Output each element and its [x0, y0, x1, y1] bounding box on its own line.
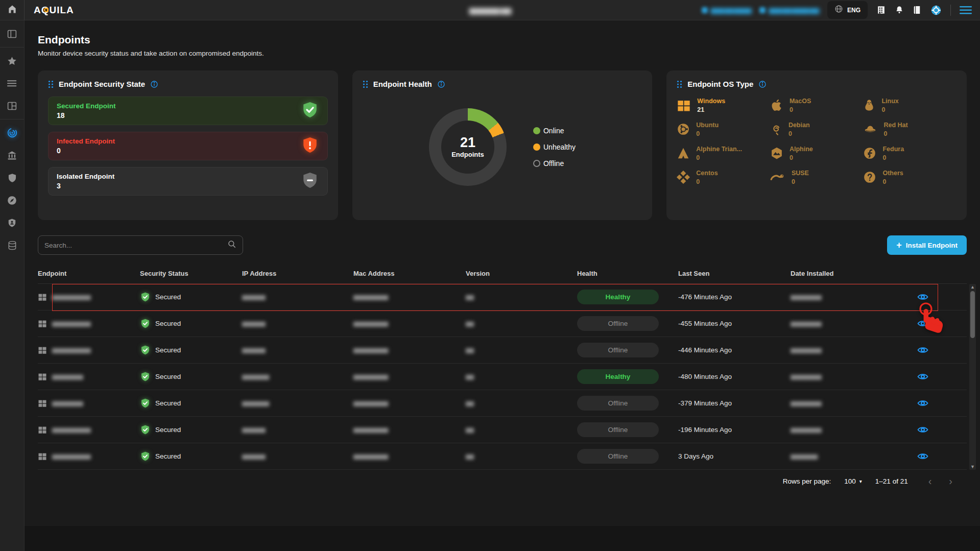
endpoint-name-redacted: ▆▆▆▆▆▆▆▆	[52, 373, 83, 380]
security-status: Secured	[155, 320, 181, 327]
topbar-center: ▆▆▆▆▆▆ ▆▆	[469, 0, 511, 20]
docs-button[interactable]	[913, 5, 922, 15]
sidebar-item-endpoints-active[interactable]	[0, 122, 24, 144]
organization-button[interactable]	[876, 5, 886, 15]
next-page-button[interactable]: ›	[949, 476, 952, 486]
last-seen: -196 Minutes Ago	[678, 426, 791, 434]
sidebar-item-lists[interactable]	[0, 72, 24, 94]
arch-triangle-icon	[677, 147, 690, 160]
search-box	[38, 235, 243, 255]
view-endpoint-button[interactable]	[917, 346, 929, 354]
redacted-tenant-name: ▆▆▆▆▆▆ ▆▆	[469, 6, 511, 14]
date-installed-redacted: ▆▆▆▆▆▆▆	[791, 453, 817, 460]
table-scrollbar[interactable]: ▲ ▼	[969, 284, 976, 470]
notifications-button[interactable]	[895, 5, 904, 15]
plus-icon: +	[896, 241, 902, 250]
date-installed-redacted: ▆▆▆▆▆▆▆▆	[791, 347, 821, 353]
eye-icon	[917, 319, 929, 328]
mac-redacted: ▆▆▆▆▆▆▆▆▆	[353, 453, 388, 460]
main-menu-button[interactable]	[960, 6, 972, 15]
windows-row-icon	[38, 425, 47, 435]
os-item-alpine-triangle: Alphine Trian... 0	[677, 146, 770, 161]
sidebar-item-panels[interactable]	[0, 22, 24, 45]
scroll-down-icon[interactable]: ▼	[970, 464, 975, 470]
drag-handle-icon[interactable]	[677, 80, 682, 88]
sidebar-item-monitoring[interactable]	[0, 189, 24, 211]
eye-icon	[917, 293, 929, 301]
building-icon	[876, 5, 886, 15]
sidebar	[0, 20, 25, 551]
view-endpoint-button[interactable]	[917, 452, 929, 461]
redacted-link-1-icon	[702, 7, 708, 13]
windows-icon	[677, 99, 691, 113]
view-endpoint-button[interactable]	[917, 372, 929, 381]
info-icon[interactable]	[150, 80, 158, 88]
drag-handle-icon[interactable]	[48, 80, 54, 88]
scroll-up-icon[interactable]: ▲	[970, 284, 975, 290]
col-health: Health	[577, 270, 678, 277]
info-icon[interactable]	[758, 80, 767, 88]
os-item-windows: Windows 21	[677, 98, 770, 113]
support-button[interactable]	[930, 5, 942, 16]
security-status: Secured	[155, 346, 181, 354]
date-installed-redacted: ▆▆▆▆▆▆▆▆	[791, 400, 821, 406]
sidebar-item-favorites[interactable]	[0, 50, 24, 72]
card-endpoint-health: Endpoint Health 21 Endpoints	[352, 70, 653, 220]
sidebar-item-protection[interactable]	[0, 166, 24, 189]
bell-icon	[895, 5, 904, 15]
endpoint-name-redacted: ▆▆▆▆▆▆▆▆	[52, 400, 83, 406]
page-title: Endpoints	[38, 34, 967, 46]
shield-check-icon	[140, 424, 151, 436]
panel-icon	[7, 29, 17, 39]
info-icon[interactable]	[437, 80, 445, 88]
redacted-link-1[interactable]: ▆▆▆ ▆▆ ▆▆▆▆	[702, 7, 751, 14]
windows-row-icon	[38, 372, 47, 381]
legend-item-offline[interactable]: Offline	[533, 159, 576, 167]
redacted-link-2[interactable]: ▆▆▆ ▆▆ ▆▆▆▆ ▆▆	[759, 7, 819, 14]
sidebar-item-dashboard-layout[interactable]	[0, 94, 24, 117]
drag-handle-icon[interactable]	[363, 80, 368, 88]
endpoints-table: Endpoint Security Status IP Address Mac …	[38, 263, 967, 470]
search-input[interactable]	[44, 242, 227, 249]
install-endpoint-button[interactable]: + Install Endpoint	[887, 235, 967, 255]
home-button[interactable]	[0, 0, 25, 20]
version-redacted: ▆▆	[466, 400, 473, 406]
table-row[interactable]: ▆▆▆▆▆▆▆▆▆▆ Secured ▆▆▆▆▆▆ ▆▆▆▆▆▆▆▆▆ ▆▆ O…	[38, 310, 967, 337]
table-row[interactable]: ▆▆▆▆▆▆▆▆ Secured ▆▆▆▆▆▆▆ ▆▆▆▆▆▆▆▆▆ ▆▆ Of…	[38, 390, 967, 417]
table-row[interactable]: ▆▆▆▆▆▆▆▆▆▆ Secured ▆▆▆▆▆▆ ▆▆▆▆▆▆▆▆▆ ▆▆ O…	[38, 337, 967, 364]
view-endpoint-button[interactable]	[917, 293, 929, 301]
endpoint-name-redacted: ▆▆▆▆▆▆▆▆▆▆	[52, 426, 90, 433]
shield-minus-icon	[301, 171, 319, 192]
col-version: Version	[466, 270, 577, 277]
col-mac-address: Mac Address	[353, 270, 466, 277]
table-row[interactable]: ▆▆▆▆▆▆▆▆ Secured ▆▆▆▆▆▆▆ ▆▆▆▆▆▆▆▆▆ ▆▆ He…	[38, 364, 967, 390]
search-icon	[227, 239, 236, 251]
ip-redacted: ▆▆▆▆▆▆▆	[242, 400, 269, 406]
view-endpoint-button[interactable]	[917, 319, 929, 328]
prev-page-button[interactable]: ‹	[928, 476, 932, 486]
shield-check-icon	[140, 344, 151, 356]
mac-redacted: ▆▆▆▆▆▆▆▆▆	[353, 373, 388, 380]
sidebar-item-identity[interactable]	[0, 211, 24, 234]
legend-item-online[interactable]: Online	[533, 127, 576, 135]
table-row[interactable]: ▆▆▆▆▆▆▆▆▆▆ Secured ▆▆▆▆▆▆ ▆▆▆▆▆▆▆▆▆ ▆▆ O…	[38, 443, 967, 470]
stat-label: Infected Endpoint	[57, 137, 115, 145]
view-endpoint-button[interactable]	[917, 425, 929, 434]
endpoint-name-redacted: ▆▆▆▆▆▆▆▆▆▆	[52, 453, 90, 460]
scrollbar-thumb[interactable]	[970, 291, 975, 338]
table-row[interactable]: ▆▆▆▆▆▆▆▆▆▆ Secured ▆▆▆▆▆▆ ▆▆▆▆▆▆▆▆▆ ▆▆ H…	[38, 284, 967, 310]
card-title: Endpoint Security State	[59, 80, 145, 88]
sidebar-item-data[interactable]	[0, 234, 24, 256]
eye-icon	[917, 372, 929, 381]
language-selector[interactable]: ENG	[827, 1, 868, 19]
topbar-divider	[950, 5, 951, 16]
centos-icon	[677, 171, 690, 184]
redacted-link-2-icon	[759, 7, 766, 13]
secured-endpoint-stat: Secured Endpoint 18	[48, 97, 328, 125]
legend-item-unhealthy[interactable]: Unhealthy	[533, 143, 576, 151]
sidebar-item-institution[interactable]	[0, 144, 24, 166]
view-endpoint-button[interactable]	[917, 399, 929, 408]
rows-per-page-select[interactable]: 100 ▾	[844, 477, 862, 485]
table-row[interactable]: ▆▆▆▆▆▆▆▆▆▆ Secured ▆▆▆▆▆▆ ▆▆▆▆▆▆▆▆▆ ▆▆ O…	[38, 417, 967, 443]
health-pill: Offline	[577, 343, 659, 357]
